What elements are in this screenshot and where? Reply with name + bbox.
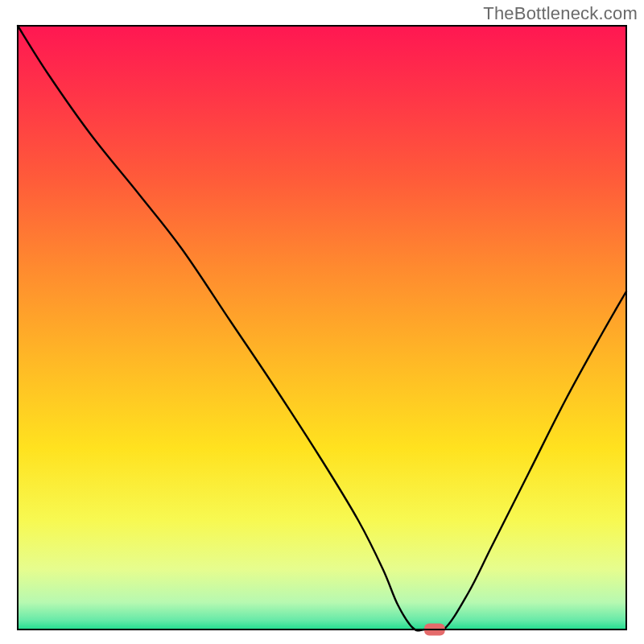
chart-svg <box>0 0 644 644</box>
gradient-background <box>18 26 626 630</box>
bottleneck-chart: TheBottleneck.com <box>0 0 644 644</box>
watermark-text: TheBottleneck.com <box>483 3 638 24</box>
